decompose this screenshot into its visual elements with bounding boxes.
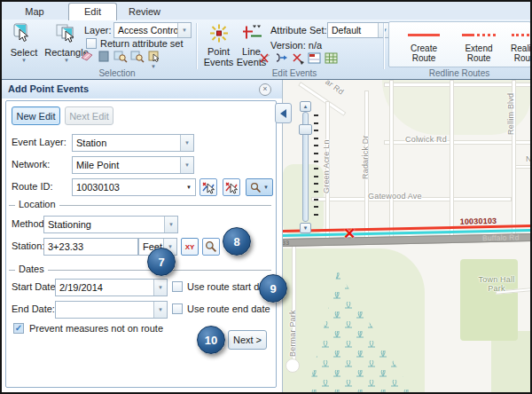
route-id-combobox[interactable]: 10030103 ▼ bbox=[72, 178, 196, 196]
road bbox=[384, 83, 531, 87]
zoom-tick bbox=[314, 176, 318, 177]
use-route-end-date-label: Use route end date bbox=[187, 303, 270, 314]
close-icon[interactable]: × bbox=[259, 83, 271, 96]
realign-route-icon bbox=[512, 34, 532, 36]
realign-route-button[interactable]: Realign Route bbox=[506, 27, 532, 63]
select-route-on-map-button[interactable] bbox=[200, 178, 217, 196]
return-attribute-set-label: Return attribute set bbox=[100, 38, 184, 49]
zoom-tick bbox=[314, 145, 318, 146]
route-id-map-label: 10030103 bbox=[460, 217, 497, 226]
redline-routes-group-label: Redline Routes bbox=[397, 68, 521, 78]
prevent-measures-label: Prevent measures not on route bbox=[29, 323, 163, 334]
layer-combobox[interactable]: Access Control ▼ bbox=[113, 22, 192, 38]
next-edit-button[interactable]: Next Edit bbox=[65, 106, 113, 125]
use-route-start-date-checkbox[interactable] bbox=[172, 281, 183, 292]
wetland-symbols bbox=[308, 271, 414, 392]
clear-selection-icon[interactable] bbox=[80, 50, 94, 63]
extend-route-label: Extend Route bbox=[465, 43, 492, 63]
create-route-label: Create Route bbox=[411, 43, 437, 63]
attribute-set-label: Attribute Set: bbox=[270, 25, 327, 35]
location-legend: Location bbox=[15, 199, 59, 209]
street-label-green-acre: Green Acre Ln bbox=[322, 139, 331, 193]
snap-event-icon[interactable] bbox=[291, 51, 305, 65]
dates-divider bbox=[9, 270, 271, 271]
select-dropdown-icon[interactable]: ▼ bbox=[21, 58, 27, 63]
rectangle-dropdown-icon[interactable]: ▼ bbox=[64, 58, 69, 63]
network-value: Mile Point bbox=[76, 160, 119, 170]
ribbon: Select ▼ Rectangle ▼ Layer: Access Contr… bbox=[2, 20, 530, 80]
zoom-slider-handle[interactable] bbox=[299, 124, 312, 135]
pan-to-selection-icon[interactable] bbox=[130, 50, 145, 63]
street-label-gatewood: Gatewood Ave bbox=[368, 192, 422, 201]
collapse-panel-button[interactable] bbox=[275, 103, 292, 123]
select-button[interactable]: Select ▼ bbox=[5, 22, 43, 63]
split-event-icon[interactable] bbox=[257, 51, 271, 65]
street-label-radarick: Radarick Dr bbox=[361, 135, 370, 179]
attribute-set-value: Default bbox=[332, 25, 361, 35]
start-date-arrow-icon[interactable]: ▼ bbox=[153, 280, 167, 296]
station-tick-label: 33 bbox=[282, 240, 289, 246]
tab-edit[interactable]: Edit bbox=[68, 3, 117, 20]
select-by-area-icon[interactable] bbox=[97, 50, 111, 63]
point-events-button[interactable]: Point Events bbox=[202, 22, 235, 67]
method-combobox[interactable]: Stationing ▼ bbox=[43, 216, 178, 233]
zoom-to-selection-icon[interactable] bbox=[113, 50, 128, 63]
road bbox=[389, 80, 394, 240]
street-label-partial: N bbox=[526, 154, 531, 163]
end-date-picker[interactable]: ▼ bbox=[55, 301, 168, 319]
method-arrow-icon[interactable]: ▼ bbox=[164, 217, 177, 232]
station-label: Station: bbox=[12, 240, 44, 251]
tab-review[interactable]: Review bbox=[120, 4, 169, 20]
map-canvas[interactable]: 10030103 Buffalo Rd 33 ✕ ar Rd Colwick R… bbox=[282, 80, 531, 392]
zoom-out-button[interactable]: ▼ bbox=[300, 223, 311, 233]
network-combobox[interactable]: Mile Point ▼ bbox=[72, 156, 194, 174]
method-label: Method: bbox=[12, 218, 47, 229]
zoom-tick bbox=[314, 161, 318, 162]
street-label: ar Rd bbox=[324, 80, 345, 97]
create-route-button[interactable]: Create Route bbox=[398, 27, 450, 63]
clear-route-selection-button[interactable] bbox=[223, 178, 240, 196]
panel-header: Add Point Events × bbox=[2, 80, 282, 99]
use-route-end-date-checkbox[interactable] bbox=[172, 303, 183, 314]
route-id-arrow-icon[interactable]: ▼ bbox=[186, 185, 192, 190]
network-arrow-icon[interactable]: ▼ bbox=[180, 157, 193, 173]
select-label: Select bbox=[11, 47, 38, 58]
start-date-picker[interactable]: 2/19/2014 ▼ bbox=[55, 279, 168, 296]
group-separator bbox=[196, 23, 198, 69]
route-group: 10030103 Buffalo Rd 33 bbox=[282, 225, 531, 253]
route-id-label: Route ID: bbox=[12, 181, 52, 192]
next-button[interactable]: Next > bbox=[228, 330, 267, 350]
route-zoom-dropdown-button[interactable]: ▼ bbox=[246, 178, 273, 196]
extend-route-button[interactable]: Extend Route bbox=[453, 27, 505, 63]
start-date-value: 2/19/2014 bbox=[59, 282, 103, 293]
prevent-measures-checkbox[interactable]: ✓ bbox=[13, 323, 24, 334]
cul-de-sac bbox=[286, 359, 300, 373]
point-events-label: Point Events bbox=[203, 46, 235, 67]
new-edit-button[interactable]: New Edit bbox=[12, 106, 60, 125]
panel-title: Add Point Events bbox=[8, 83, 89, 94]
event-window-icon[interactable] bbox=[308, 51, 322, 65]
event-layer-arrow-icon[interactable]: ▼ bbox=[180, 135, 193, 151]
end-date-arrow-icon[interactable]: ▼ bbox=[153, 302, 167, 318]
tab-map[interactable]: Map bbox=[12, 4, 57, 20]
event-layer-combobox[interactable]: Station ▼ bbox=[72, 134, 194, 152]
return-attribute-set-checkbox[interactable] bbox=[86, 38, 97, 49]
zoom-in-button[interactable]: ▲ bbox=[300, 101, 311, 112]
layer-combo-arrow-icon[interactable]: ▼ bbox=[177, 23, 191, 37]
magnifier-icon bbox=[250, 182, 262, 193]
ribbon-tab-bar: Map Edit Review bbox=[2, 2, 530, 20]
selection-options-icon[interactable] bbox=[147, 50, 161, 63]
street-label-colwick: Colwick Rd bbox=[405, 135, 447, 144]
xy-coordinates-button[interactable]: XY bbox=[181, 238, 199, 256]
point-event-x-marker: ✕ bbox=[343, 225, 356, 243]
street-label-bermar: Bermar Park bbox=[288, 310, 297, 357]
station-input[interactable]: 3+23.33 bbox=[43, 238, 138, 256]
callout-badge-10: 10 bbox=[197, 326, 225, 354]
merge-events-icon[interactable] bbox=[274, 51, 288, 65]
rectangle-tool-icon bbox=[55, 22, 78, 45]
station-zoom-button[interactable] bbox=[202, 238, 220, 256]
event-table-icon[interactable] bbox=[325, 51, 339, 65]
redline-routes-box: Create Route Extend Route Realign Route bbox=[388, 21, 531, 67]
route-id-value: 10030103 bbox=[76, 182, 120, 193]
callout-badge-7: 7 bbox=[147, 248, 176, 276]
